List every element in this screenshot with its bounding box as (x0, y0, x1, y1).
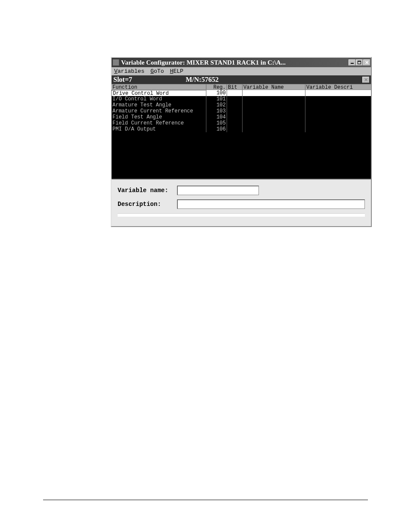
varname-input[interactable] (177, 186, 259, 195)
cell-varname (243, 90, 305, 96)
cell-function: Drive Control Word (112, 90, 206, 96)
cell-reg: 104 (206, 114, 227, 120)
table-body[interactable]: Drive Control Word100I/O Control Word101… (112, 90, 371, 179)
close-button[interactable]: ✕ (363, 59, 370, 65)
table-row[interactable]: I/O Control Word101 (112, 96, 371, 102)
cell-bit (227, 102, 243, 108)
table-row[interactable]: Field Test Angle104 (112, 114, 371, 120)
footer-line (43, 500, 368, 500)
infobar: Slot=7 M/N:57652 ✕ (112, 75, 371, 84)
table-header: Function Reg. Bit Variable Name Variable… (112, 84, 371, 90)
table-row[interactable]: Drive Control Word100 (112, 90, 371, 96)
form-row-varname: Variable name: (118, 186, 365, 195)
cell-reg: 101 (206, 96, 227, 102)
window-controls: ✕ (349, 59, 370, 65)
table-row[interactable]: Armature Test Angle102 (112, 102, 371, 108)
cell-vardesc (305, 90, 371, 96)
cell-bit (227, 120, 243, 126)
cell-varname (243, 114, 305, 120)
menu-help[interactable]: HELP (170, 68, 183, 75)
cell-vardesc (305, 102, 371, 108)
form-row-description: Description: (118, 199, 365, 209)
slot-label: Slot=7 (113, 76, 186, 84)
titlebar[interactable]: Variable Configurator: MIXER STAND1 RACK… (112, 58, 371, 67)
cell-reg: 103 (206, 108, 227, 114)
maximize-icon (358, 61, 361, 64)
cell-function: Field Current Reference (112, 120, 206, 126)
cell-bit (227, 114, 243, 120)
cell-vardesc (305, 96, 371, 102)
minimize-button[interactable] (349, 59, 355, 65)
cell-varname (243, 96, 305, 102)
cell-bit (227, 90, 243, 96)
cell-bit (227, 108, 243, 114)
description-label: Description: (118, 201, 177, 208)
col-header-vardesc: Variable Descri (305, 84, 371, 90)
col-header-reg: Reg. (206, 84, 227, 90)
cell-vardesc (305, 126, 371, 132)
menu-variables[interactable]: Variables (114, 68, 144, 75)
cell-varname (243, 102, 305, 108)
form-area: Variable name: Description: (112, 179, 371, 226)
cell-reg: 105 (206, 120, 227, 126)
cell-vardesc (305, 120, 371, 126)
cell-vardesc (305, 108, 371, 114)
table-row[interactable]: PMI D/A Output106 (112, 126, 371, 132)
cell-function: Field Test Angle (112, 114, 206, 120)
cell-function: I/O Control Word (112, 96, 206, 102)
col-header-bit: Bit (227, 84, 243, 90)
cell-reg: 102 (206, 102, 227, 108)
close-icon: ✕ (365, 60, 369, 65)
sub-close-button[interactable]: ✕ (362, 77, 369, 83)
menu-goto[interactable]: GoTo (150, 68, 164, 75)
app-icon (112, 59, 119, 66)
cell-reg: 100 (206, 90, 227, 96)
cell-reg: 106 (206, 126, 227, 132)
mn-label: M/N:57652 (186, 76, 362, 84)
varname-label: Variable name: (118, 187, 177, 194)
cell-varname (243, 126, 305, 132)
col-header-varname: Variable Name (243, 84, 305, 90)
close-icon: ✕ (364, 77, 368, 83)
cell-function: Armature Current Reference (112, 108, 206, 114)
table-row[interactable]: Field Current Reference105 (112, 120, 371, 126)
cell-varname (243, 108, 305, 114)
maximize-button[interactable] (356, 59, 363, 65)
minimize-icon (351, 63, 354, 64)
table-row[interactable]: Armature Current Reference103 (112, 108, 371, 114)
cell-varname (243, 120, 305, 126)
window-title: Variable Configurator: MIXER STAND1 RACK… (121, 59, 349, 66)
cell-function: PMI D/A Output (112, 126, 206, 132)
description-input[interactable] (177, 199, 365, 209)
cell-vardesc (305, 114, 371, 120)
cell-function: Armature Test Angle (112, 102, 206, 108)
menubar: Variables GoTo HELP (112, 67, 371, 75)
cell-bit (227, 126, 243, 132)
col-header-function: Function (112, 84, 206, 90)
bottom-strip (118, 213, 365, 217)
cell-bit (227, 96, 243, 102)
window: Variable Configurator: MIXER STAND1 RACK… (111, 57, 372, 227)
